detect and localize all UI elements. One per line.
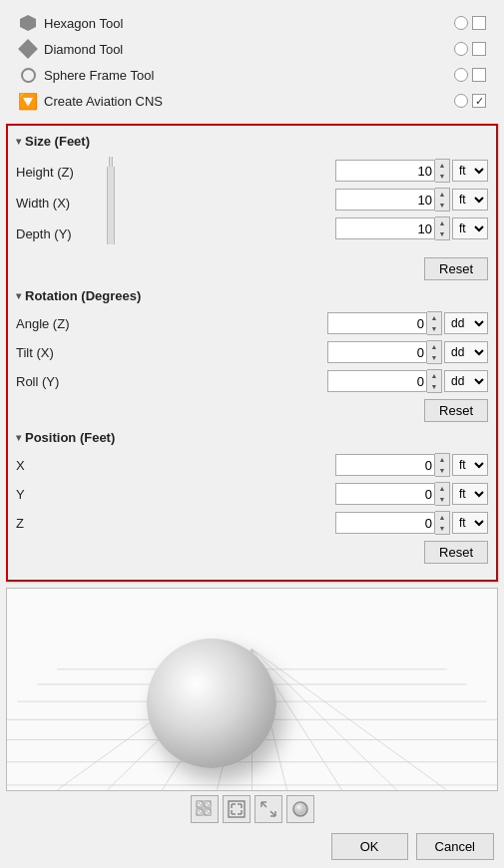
- depth-input[interactable]: 10: [335, 217, 435, 239]
- pos-z-spin-up[interactable]: ▲: [435, 512, 449, 523]
- preview-grid-toggle-button[interactable]: [191, 795, 219, 823]
- size-vertical-divider: [107, 167, 115, 244]
- svg-rect-27: [205, 809, 208, 812]
- size-section-title: Size (Feet): [25, 134, 90, 149]
- size-reset-button[interactable]: Reset: [424, 257, 488, 280]
- ok-button[interactable]: OK: [331, 833, 408, 860]
- tool-name-diamond: Diamond Tool: [44, 42, 454, 57]
- preview-toolbar: [6, 791, 498, 827]
- depth-unit[interactable]: ftm: [452, 217, 488, 239]
- height-spin-up[interactable]: ▲: [435, 160, 449, 171]
- svg-rect-26: [200, 812, 203, 815]
- roll-spin-down[interactable]: ▼: [427, 381, 441, 392]
- expand-icon: [259, 800, 277, 818]
- svg-rect-24: [208, 804, 211, 807]
- angle-input[interactable]: [327, 312, 427, 334]
- height-spin-down[interactable]: ▼: [435, 171, 449, 182]
- check-aviation-cns[interactable]: ✓: [472, 94, 486, 108]
- height-input-row: 10 ▲ ▼ ftm: [126, 159, 488, 183]
- tool-radio-check-diamond: [454, 42, 486, 56]
- tool-item-hexagon[interactable]: Hexagon Tool: [14, 10, 490, 36]
- size-section-header: ▾ Size (Feet): [16, 134, 488, 149]
- tool-item-sphere-frame[interactable]: Sphere Frame Tool: [14, 62, 490, 88]
- roll-spinner[interactable]: ▲ ▼: [427, 369, 442, 393]
- size-collapse-arrow[interactable]: ▾: [16, 136, 21, 147]
- width-spinner[interactable]: ▲ ▼: [435, 188, 450, 212]
- svg-point-45: [293, 802, 307, 816]
- pos-x-spin-up[interactable]: ▲: [435, 454, 449, 465]
- width-unit[interactable]: ftm: [452, 189, 488, 211]
- radio-aviation-cns[interactable]: [454, 94, 468, 108]
- width-label-row: Width (X): [16, 190, 96, 216]
- tool-item-aviation-cns[interactable]: 🔽 Create Aviation CNS ✓: [14, 88, 490, 114]
- height-spinner[interactable]: ▲ ▼: [435, 159, 450, 183]
- angle-spin-down[interactable]: ▼: [427, 323, 441, 334]
- grid-icon: [196, 800, 214, 818]
- cancel-button[interactable]: Cancel: [416, 833, 494, 860]
- roll-input[interactable]: [327, 370, 427, 392]
- depth-spinner[interactable]: ▲ ▼: [435, 217, 450, 240]
- depth-spin-down[interactable]: ▼: [435, 228, 449, 239]
- preview-fit-button[interactable]: [223, 795, 251, 823]
- pos-y-unit[interactable]: ftm: [452, 483, 488, 505]
- pos-z-spinner[interactable]: ▲ ▼: [435, 511, 450, 535]
- pos-z-spin-down[interactable]: ▼: [435, 523, 449, 534]
- tilt-spinner[interactable]: ▲ ▼: [427, 340, 442, 364]
- pos-y-row: Y ▲ ▼ ftm: [16, 482, 488, 506]
- depth-spin-up[interactable]: ▲: [435, 217, 449, 228]
- rotation-reset-button[interactable]: Reset: [424, 399, 488, 422]
- pos-z-unit[interactable]: ftm: [452, 512, 488, 534]
- width-input[interactable]: 10: [335, 189, 435, 211]
- preview-sphere-button[interactable]: [286, 795, 314, 823]
- depth-label: Depth (Y): [16, 226, 96, 241]
- pos-x-input[interactable]: [335, 454, 435, 476]
- radio-sphere-frame[interactable]: [454, 68, 468, 82]
- pos-y-spinner[interactable]: ▲ ▼: [435, 482, 450, 506]
- roll-spin-up[interactable]: ▲: [427, 370, 441, 381]
- tool-list: Hexagon Tool Diamond Tool Sphere Frame T…: [6, 6, 498, 118]
- pos-z-input[interactable]: [335, 512, 435, 534]
- check-hexagon[interactable]: [472, 16, 486, 30]
- angle-spin-up[interactable]: ▲: [427, 312, 441, 323]
- roll-row: Roll (Y) ▲ ▼ ddrad: [16, 369, 488, 393]
- tool-radio-check-aviation-cns: ✓: [454, 94, 486, 108]
- tilt-row: Tilt (X) ▲ ▼ ddrad: [16, 340, 488, 364]
- tilt-unit[interactable]: ddrad: [444, 341, 488, 363]
- angle-unit[interactable]: ddrad: [444, 312, 488, 334]
- 3d-sphere: [147, 639, 276, 768]
- tilt-input[interactable]: [327, 341, 427, 363]
- position-reset-button[interactable]: Reset: [424, 541, 488, 564]
- roll-unit[interactable]: ddrad: [444, 370, 488, 392]
- pos-x-spinner[interactable]: ▲ ▼: [435, 453, 450, 477]
- check-diamond[interactable]: [472, 42, 486, 56]
- tool-radio-check-hexagon: [454, 16, 486, 30]
- width-spin-up[interactable]: ▲: [435, 189, 449, 200]
- height-label-row: Height (Z): [16, 159, 96, 185]
- svg-rect-29: [229, 801, 245, 817]
- radio-hexagon[interactable]: [454, 16, 468, 30]
- height-input[interactable]: 10: [335, 160, 435, 182]
- pos-y-spin-down[interactable]: ▼: [435, 494, 449, 505]
- svg-rect-25: [197, 809, 200, 812]
- pos-x-unit[interactable]: ftm: [452, 454, 488, 476]
- rotation-collapse-arrow[interactable]: ▾: [16, 290, 21, 301]
- rotation-section-header: ▾ Rotation (Degrees): [16, 288, 488, 303]
- tool-item-diamond[interactable]: Diamond Tool: [14, 36, 490, 62]
- pos-x-label: X: [16, 458, 96, 473]
- tilt-spin-up[interactable]: ▲: [427, 341, 441, 352]
- pos-x-spin-down[interactable]: ▼: [435, 465, 449, 476]
- width-spin-down[interactable]: ▼: [435, 200, 449, 211]
- width-input-row: 10 ▲ ▼ ftm: [126, 188, 488, 212]
- height-unit[interactable]: ftm: [452, 160, 488, 182]
- panel-container: ▾ Size (Feet) Height (Z) Width: [6, 124, 498, 582]
- tilt-spin-down[interactable]: ▼: [427, 352, 441, 363]
- radio-diamond[interactable]: [454, 42, 468, 56]
- check-sphere-frame[interactable]: [472, 68, 486, 82]
- diamond-icon: [18, 39, 38, 59]
- preview-expand-button[interactable]: [254, 795, 282, 823]
- main-container: Hexagon Tool Diamond Tool Sphere Frame T…: [0, 0, 504, 868]
- position-collapse-arrow[interactable]: ▾: [16, 432, 21, 443]
- pos-y-input[interactable]: [335, 483, 435, 505]
- angle-spinner[interactable]: ▲ ▼: [427, 311, 442, 335]
- pos-y-spin-up[interactable]: ▲: [435, 483, 449, 494]
